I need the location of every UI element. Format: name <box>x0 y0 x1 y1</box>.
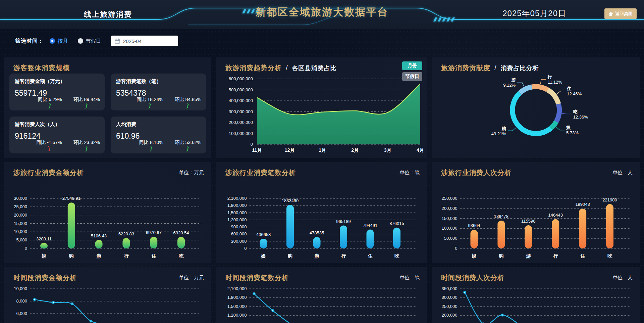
metric-环比: 环比 89.44% <box>73 97 100 108</box>
bar-娱[interactable] <box>40 243 48 248</box>
metric-text: 环比 84.85% <box>175 97 201 103</box>
bar-住[interactable] <box>367 230 374 248</box>
x-axis-label: 11月 <box>252 147 262 153</box>
stat-value: 610.96 <box>116 132 201 141</box>
axis-tick-label: 0 <box>244 246 247 251</box>
x-axis-label: 娱 <box>41 253 46 259</box>
axis-tick-label: 600,000 <box>231 231 247 236</box>
filter-label: 筛选时间： <box>15 38 44 45</box>
donut-slice-娱[interactable] <box>551 122 556 128</box>
donut-label-line <box>508 128 516 131</box>
bar-娱[interactable] <box>260 239 267 248</box>
stat-cards: 游客消费金额（万元）55971.49同比 6.29%环比 89.44%游客消费笔… <box>9 74 206 153</box>
bar-娱[interactable] <box>471 230 478 248</box>
bar-吃[interactable] <box>606 204 613 248</box>
x-axis-label: 行 <box>553 253 558 259</box>
x-axis-label: 4月 <box>417 147 423 153</box>
metric-text: 环比 23.32% <box>73 140 100 146</box>
radio-dot[interactable] <box>50 38 55 44</box>
donut-slice-游[interactable] <box>520 87 532 93</box>
x-axis-label: 12月 <box>285 147 295 153</box>
back-to-desktop-button[interactable]: 返回桌面 <box>604 8 637 19</box>
donut-slice-percent: 12.36% <box>573 114 588 120</box>
month-picker[interactable]: 2025-04 <box>111 36 178 46</box>
bar-购[interactable] <box>68 202 75 248</box>
x-axis-label: 3月 <box>384 147 391 153</box>
axis-tick-label: 150,000 <box>442 322 458 323</box>
bar-吃[interactable] <box>177 237 185 248</box>
donut-slice-行[interactable] <box>532 87 547 90</box>
bar-value-label: 5106.43 <box>91 233 107 238</box>
bar-购[interactable] <box>497 221 505 248</box>
panel-title: 旅游消费趋势分析/各区县消费占比 <box>225 63 337 73</box>
home-icon <box>608 12 613 16</box>
donut-slice-吃[interactable] <box>556 104 559 122</box>
bar-行[interactable] <box>340 226 347 249</box>
bar-购[interactable] <box>286 205 294 248</box>
time-visitors-line-chart[interactable]: 350,000300,000250,000200,000150,000100,0… <box>436 281 637 323</box>
donut-slice-percent: 49.21% <box>491 131 506 136</box>
radio-option-按月[interactable]: 按月 <box>50 38 68 44</box>
bar-住[interactable] <box>579 209 586 248</box>
radio-label: 节假日 <box>86 38 101 44</box>
unit-label: 单位：万元 <box>179 275 204 281</box>
axis-tick-label: 300,000 <box>231 239 247 244</box>
bar-value-label: 199043 <box>575 202 590 207</box>
trend-area-chart[interactable]: 600,000,000500,000,000400,000,000300,000… <box>221 75 423 155</box>
current-date: 2025年05月20日 <box>502 8 566 19</box>
metric-text: 同比 18.24% <box>137 97 163 103</box>
bar-行[interactable] <box>122 238 130 248</box>
contribution-donut-chart[interactable]: 行11.12%住12.46%吃12.36%娱5.73%购49.21%游9.12% <box>432 57 640 158</box>
x-axis-label: 游 <box>314 253 320 259</box>
x-axis-label: 住 <box>368 253 373 259</box>
donut-slice-percent: 9.12% <box>503 83 516 88</box>
bar-value-label: 6220.83 <box>118 231 134 236</box>
trend-toggle-节假日[interactable]: 节假日 <box>402 72 422 81</box>
panel-subtitle[interactable]: 各区县消费占比 <box>292 65 337 72</box>
panel-consumption-trend: 旅游消费趋势分析/各区县消费占比 月份节假日 600,000,000500,00… <box>216 57 427 158</box>
axis-tick-label: 1,800,000 <box>227 203 247 208</box>
header: 线上旅游消费 新都区全域旅游大数据平台 2025年05月20日 返回桌面 <box>0 0 644 29</box>
axis-tick-label: 2,100,000 <box>227 196 247 201</box>
donut-label-line <box>556 127 565 130</box>
axis-tick-label: 5,000 <box>16 237 27 242</box>
panel-industry-amount: 涉旅行业消费金额分析 单位：万元 30,00025,00020,00015,00… <box>4 162 211 263</box>
bar-chart-svg: 250,000200,000150,000100,00050,000093664… <box>436 196 637 261</box>
industry-visitors-bar-chart[interactable]: 250,000200,000150,000100,00050,000093664… <box>436 196 637 261</box>
bar-value-label: 27549.91 <box>62 196 80 201</box>
industry-count-bar-chart[interactable]: 2,100,0001,800,0001,500,0001,200,000900,… <box>220 196 424 261</box>
bar-住[interactable] <box>150 237 157 248</box>
radio-dot[interactable] <box>78 38 83 44</box>
donut-slice-住[interactable] <box>548 90 559 104</box>
x-axis-label: 行 <box>123 253 129 259</box>
axis-tick-label: 50,000 <box>444 236 458 241</box>
trend-toggle-月份[interactable]: 月份 <box>402 61 422 70</box>
bar-游[interactable] <box>95 240 103 248</box>
panel-industry-visitors: 涉旅行业消费人次分析 单位：人 250,000200,000150,000100… <box>432 162 640 263</box>
x-axis-label: 购 <box>69 253 74 259</box>
filter-bar: 筛选时间： 按月节假日 2025-04 <box>15 35 178 47</box>
bar-行[interactable] <box>552 219 559 248</box>
bar-游[interactable] <box>525 225 532 248</box>
x-axis-label: 住 <box>580 253 585 259</box>
time-amount-line-chart[interactable]: 10,0008,0006,0004,0002,0000 <box>8 281 208 323</box>
bar-value-label: 3203.11 <box>36 236 52 241</box>
industry-amount-bar-chart[interactable]: 30,00025,00020,00015,00010,0005,00003203… <box>8 196 208 261</box>
stat-value: 916124 <box>15 132 99 141</box>
dashboard: 线上旅游消费 新都区全域旅游大数据平台 2025年05月20日 返回桌面 筛选时… <box>0 0 644 323</box>
bar-吃[interactable] <box>393 228 400 248</box>
axis-tick-label: 1,200,000 <box>227 313 247 318</box>
x-axis-label: 吃 <box>394 253 399 259</box>
bar-游[interactable] <box>313 237 321 248</box>
stat-label: 游客消费笔数（笔） <box>116 78 201 85</box>
area-fill[interactable] <box>257 84 420 144</box>
donut-slice-label: 住 <box>567 86 571 91</box>
panel-industry-count: 涉旅行业消费笔数分析 单位：笔 2,100,0001,800,0001,500,… <box>216 162 427 263</box>
metric-环比: 环比 53.62% <box>175 140 201 151</box>
donut-slice-购[interactable] <box>513 93 551 134</box>
time-count-line-chart[interactable]: 2,100,0001,800,0001,500,0001,200,000900,… <box>220 281 424 323</box>
metric-text: 环比 53.62% <box>175 140 201 146</box>
axis-tick-label: 300,000 <box>442 295 458 300</box>
radio-option-节假日[interactable]: 节假日 <box>78 38 101 44</box>
x-axis-label: 住 <box>151 253 156 259</box>
